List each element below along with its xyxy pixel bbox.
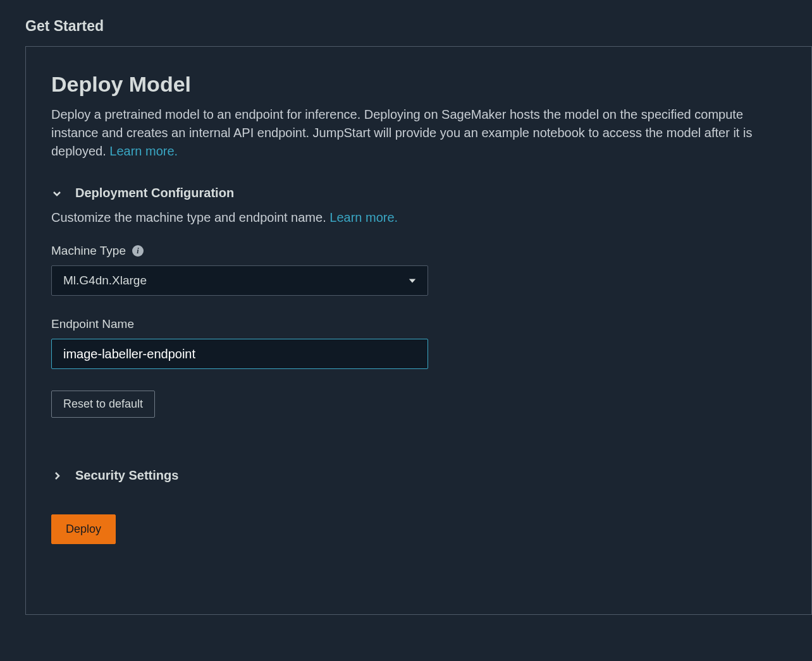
deploy-button[interactable]: Deploy [51,514,116,544]
endpoint-name-label-row: Endpoint Name [51,317,786,331]
panel-description: Deploy a pretrained model to an endpoint… [51,106,786,161]
panel-title: Deploy Model [51,72,786,97]
deployment-config-title: Deployment Configuration [75,186,234,200]
endpoint-name-input[interactable] [51,339,428,369]
endpoint-name-label: Endpoint Name [51,317,134,331]
security-settings-title: Security Settings [75,468,178,483]
learn-more-link[interactable]: Learn more. [109,144,178,158]
machine-type-select[interactable]: Ml.G4dn.Xlarge [51,265,428,296]
chevron-down-icon [51,188,63,199]
reset-button[interactable]: Reset to default [51,391,155,418]
page-header: Get Started [0,0,812,46]
info-icon[interactable]: i [132,245,144,257]
deployment-config-description-text: Customize the machine type and endpoint … [51,210,326,224]
deployment-config-toggle[interactable]: Deployment Configuration [51,186,786,200]
security-settings-toggle[interactable]: Security Settings [51,468,786,483]
deployment-config-description: Customize the machine type and endpoint … [51,210,786,225]
machine-type-field: Machine Type i Ml.G4dn.Xlarge [51,244,786,296]
config-learn-more-link[interactable]: Learn more. [329,210,398,224]
machine-type-label: Machine Type [51,244,126,258]
page-title: Get Started [25,18,104,34]
machine-type-label-row: Machine Type i [51,244,786,258]
chevron-right-icon [51,470,63,482]
machine-type-value: Ml.G4dn.Xlarge [63,274,147,288]
deployment-config-section: Deployment Configuration Customize the m… [51,186,786,449]
security-section: Security Settings [51,468,786,483]
endpoint-name-field: Endpoint Name [51,317,786,369]
machine-type-select-wrapper: Ml.G4dn.Xlarge [51,265,428,296]
deploy-panel: Deploy Model Deploy a pretrained model t… [25,46,812,615]
